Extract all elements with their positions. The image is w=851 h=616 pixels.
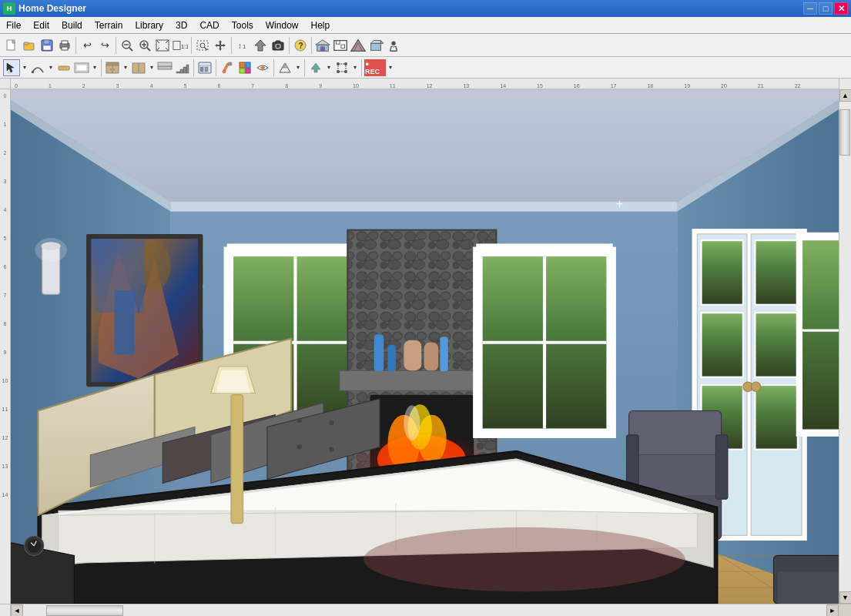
pan-button[interactable] bbox=[212, 37, 229, 54]
minimize-button[interactable]: ─ bbox=[803, 2, 817, 15]
scroll-down-button[interactable]: ▼ bbox=[839, 591, 852, 604]
help-button[interactable]: ? bbox=[292, 37, 309, 54]
scroll-track-vertical[interactable] bbox=[839, 102, 851, 591]
menu-item-build[interactable]: Build bbox=[55, 17, 89, 33]
right-scrollbar[interactable]: ▲ ▼ bbox=[839, 89, 851, 604]
scrollbar-corner-left bbox=[0, 604, 11, 617]
terrain-dropdown[interactable]: ▾ bbox=[294, 59, 302, 76]
svg-marker-84 bbox=[311, 63, 320, 72]
menu-item-window[interactable]: Window bbox=[260, 17, 305, 33]
svg-point-168 bbox=[751, 382, 761, 392]
svg-rect-76 bbox=[228, 62, 232, 65]
exterior-view-button[interactable] bbox=[314, 37, 331, 54]
tape-measure-button[interactable] bbox=[55, 59, 72, 76]
open-button[interactable] bbox=[21, 37, 38, 54]
svg-rect-81 bbox=[246, 69, 250, 73]
svg-rect-204 bbox=[231, 395, 243, 524]
menu-item-help[interactable]: Help bbox=[304, 17, 336, 33]
walkthrough-button[interactable] bbox=[385, 37, 402, 54]
transform-button[interactable] bbox=[333, 59, 350, 76]
zoom-real-button[interactable]: 1:1 bbox=[172, 37, 189, 54]
save-button[interactable] bbox=[39, 37, 55, 54]
svg-rect-173 bbox=[629, 411, 722, 455]
new-button[interactable] bbox=[3, 37, 20, 54]
print-button[interactable] bbox=[56, 37, 73, 54]
roof-view-button[interactable] bbox=[350, 37, 367, 54]
view-angle-button[interactable] bbox=[73, 59, 90, 76]
material-button[interactable] bbox=[236, 59, 253, 76]
menu-item-cad[interactable]: CAD bbox=[193, 17, 225, 33]
menu-item-edit[interactable]: Edit bbox=[27, 17, 55, 33]
cabinet-dropdown[interactable]: ▾ bbox=[122, 59, 129, 76]
floor-view-button[interactable] bbox=[332, 37, 349, 54]
scroll-thumb-vertical[interactable] bbox=[839, 109, 850, 156]
svg-rect-164 bbox=[755, 240, 797, 305]
soffit-button[interactable] bbox=[156, 59, 173, 76]
stair-button[interactable] bbox=[174, 59, 191, 76]
library-browser-button[interactable] bbox=[196, 59, 213, 76]
maximize-button[interactable]: □ bbox=[819, 2, 833, 15]
zoom-out-button[interactable] bbox=[119, 37, 136, 54]
view-dropdown[interactable]: ▾ bbox=[91, 59, 99, 76]
3d-view-button[interactable] bbox=[367, 37, 384, 54]
svg-point-196 bbox=[329, 420, 333, 425]
svg-marker-47 bbox=[380, 40, 384, 43]
transform-dropdown[interactable]: ▾ bbox=[351, 59, 359, 76]
menu-item-file[interactable]: File bbox=[0, 17, 27, 33]
move-up-button[interactable] bbox=[307, 59, 324, 76]
cabinet-button[interactable] bbox=[104, 59, 121, 76]
scroll-track-horizontal[interactable] bbox=[23, 604, 826, 617]
svg-marker-38 bbox=[316, 39, 330, 44]
undo-button[interactable]: ↩ bbox=[79, 37, 95, 54]
scroll-left-button[interactable]: ◄ bbox=[11, 604, 23, 617]
svg-rect-161 bbox=[702, 313, 743, 377]
zoom-fit-button[interactable] bbox=[154, 37, 171, 54]
bottom-scrollbar[interactable]: ◄ ► bbox=[0, 604, 851, 616]
separator-1 bbox=[75, 37, 76, 54]
svg-marker-83 bbox=[282, 63, 288, 68]
height-button[interactable]: ↕1 bbox=[234, 37, 251, 54]
arc-dropdown[interactable]: ▾ bbox=[47, 59, 55, 76]
svg-rect-69 bbox=[180, 69, 183, 73]
zoom-marquee-button[interactable] bbox=[194, 37, 211, 54]
cabinet2-button[interactable] bbox=[130, 59, 147, 76]
menu-item-tools[interactable]: Tools bbox=[226, 17, 260, 33]
toolbar-row-2: ▾ ▾ ▾ ▾ ▾ ▾ ▾ bbox=[0, 57, 851, 79]
ruler-corner bbox=[0, 79, 11, 89]
svg-rect-68 bbox=[176, 72, 180, 73]
svg-rect-118 bbox=[171, 202, 678, 212]
svg-point-209 bbox=[364, 527, 685, 592]
separator-6 bbox=[311, 37, 312, 54]
scroll-thumb-horizontal[interactable] bbox=[46, 605, 123, 616]
scroll-up-button[interactable]: ▲ bbox=[839, 89, 852, 102]
menu-item-library[interactable]: Library bbox=[129, 17, 169, 33]
separator-4 bbox=[231, 37, 232, 54]
menu-item-terrain[interactable]: Terrain bbox=[89, 17, 129, 33]
record-dropdown[interactable]: ▾ bbox=[387, 59, 394, 76]
select-dropdown[interactable]: ▾ bbox=[21, 59, 28, 76]
viewport-3d[interactable]: + bbox=[11, 89, 839, 604]
separator-t2-6 bbox=[361, 59, 362, 76]
redo-button[interactable]: ↪ bbox=[96, 37, 113, 54]
camera-button[interactable] bbox=[270, 37, 286, 54]
svg-marker-31 bbox=[255, 40, 266, 51]
record-button[interactable]: ● REC bbox=[364, 59, 386, 76]
svg-marker-206 bbox=[216, 370, 250, 393]
draw-arc-button[interactable] bbox=[29, 59, 46, 76]
roof-up-button[interactable] bbox=[252, 37, 269, 54]
scroll-right-button[interactable]: ► bbox=[826, 604, 839, 617]
terrain-button[interactable] bbox=[276, 59, 293, 76]
paint-button[interactable] bbox=[219, 59, 236, 76]
paint-all-button[interactable] bbox=[254, 59, 271, 76]
close-button[interactable]: ✕ bbox=[834, 2, 848, 15]
select-tool-button[interactable] bbox=[3, 59, 20, 76]
svg-point-197 bbox=[297, 444, 302, 449]
move-dropdown[interactable]: ▾ bbox=[325, 59, 333, 76]
svg-point-88 bbox=[337, 70, 340, 73]
cabinet2-dropdown[interactable]: ▾ bbox=[148, 59, 156, 76]
title-bar-controls[interactable]: ─ □ ✕ bbox=[803, 2, 848, 15]
zoom-in-button[interactable] bbox=[136, 37, 153, 54]
menu-item-3d[interactable]: 3D bbox=[169, 17, 193, 33]
svg-line-22 bbox=[166, 48, 169, 51]
separator-t2-1 bbox=[101, 59, 102, 76]
